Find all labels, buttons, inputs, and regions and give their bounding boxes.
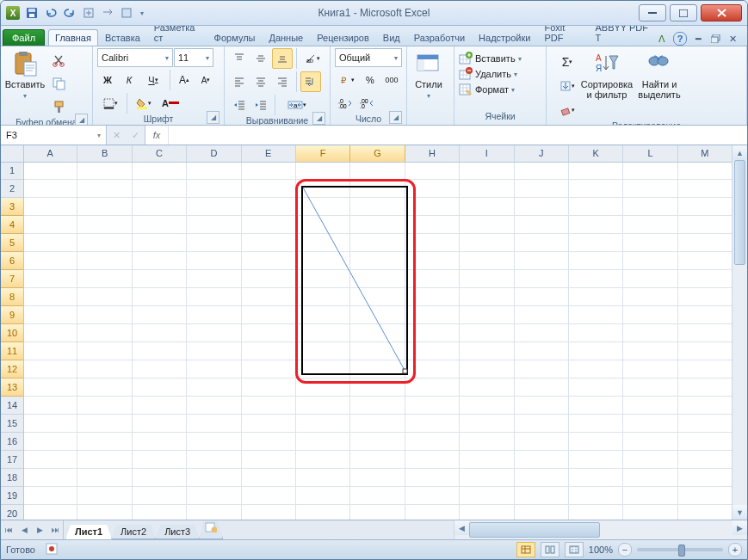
col-header-L[interactable]: L [623,145,677,162]
autosum-button[interactable]: Σ ▾ [554,52,580,72]
row-header-18[interactable]: 18 [1,469,23,487]
font-launcher[interactable]: ◢ [207,111,219,124]
align-right-button[interactable] [272,71,293,92]
font-name-combo[interactable]: Calibri▾ [97,48,173,67]
scroll-right-icon[interactable]: ▶ [733,520,747,535]
row-header-8[interactable]: 8 [1,288,23,306]
view-pagebreak-button[interactable] [565,542,584,557]
sheet-tab-3[interactable]: Лист3 [155,525,200,539]
comma-button[interactable]: 000 [381,70,402,90]
align-middle-button[interactable] [250,48,271,69]
minimize-ribbon-button[interactable]: ᐱ [656,33,668,45]
row-header-11[interactable]: 11 [1,342,23,360]
sheet-nav-first[interactable]: ⏮ [1,520,16,539]
tab-addins[interactable]: Надстройки [472,29,537,46]
decrease-indent-button[interactable] [229,95,250,115]
row-header-1[interactable]: 1 [1,162,23,180]
qat-button-2[interactable] [99,3,116,22]
sheet-nav-last[interactable]: ⏭ [47,520,63,539]
insert-cells-button[interactable]: Вставить▾ [459,52,522,65]
number-launcher[interactable]: ◢ [389,111,402,124]
col-header-K[interactable]: K [569,145,623,162]
tab-data[interactable]: Данные [262,29,310,46]
find-select-button[interactable]: Найти и выделить [634,48,685,100]
row-header-2[interactable]: 2 [1,180,23,198]
close-button[interactable] [701,4,742,22]
doc-close-button[interactable]: ✕ [726,33,739,45]
col-header-G[interactable]: G [350,145,405,162]
tab-insert[interactable]: Вставка [98,29,147,46]
row-header-20[interactable]: 20 [1,505,23,520]
row-header-3[interactable]: 3 [1,198,23,216]
macro-record-icon[interactable] [46,543,58,557]
tab-review[interactable]: Рецензиров [310,29,376,46]
row-header-14[interactable]: 14 [1,397,23,415]
col-header-A[interactable]: A [23,145,77,162]
new-sheet-button[interactable] [199,520,223,539]
row-header-9[interactable]: 9 [1,306,23,324]
diagonal-line-shape[interactable] [301,186,408,374]
increase-decimal-button[interactable]: ,0,00 [335,93,355,114]
doc-minimize-button[interactable]: ━ [692,33,704,45]
zoom-in-button[interactable]: + [728,543,742,557]
sort-filter-button[interactable]: АЯ Сортировка и фильтр [580,48,634,100]
align-bottom-button[interactable] [272,48,293,69]
bold-button[interactable]: Ж [97,70,118,90]
font-color-button[interactable]: A [158,93,183,114]
copy-button[interactable] [48,73,69,94]
horizontal-scrollbar[interactable]: ◀ ▶ [454,520,747,539]
cut-button[interactable] [48,50,69,71]
cancel-formula-button[interactable]: ✕ [107,126,126,145]
sheet-tab-2[interactable]: Лист2 [111,525,156,539]
align-left-button[interactable] [229,71,250,92]
vscroll-thumb[interactable] [734,160,745,265]
file-tab[interactable]: Файл [3,29,45,46]
align-top-button[interactable] [229,48,250,69]
help-button[interactable]: ? [673,32,687,46]
name-box[interactable]: F3▾ [1,126,107,145]
tab-formulas[interactable]: Формулы [207,29,263,46]
save-button[interactable] [23,3,40,22]
col-header-F[interactable]: F [296,145,350,162]
zoom-out-button[interactable]: − [618,543,632,557]
orientation-button[interactable]: ab▾ [300,48,325,69]
col-header-J[interactable]: J [515,145,569,162]
align-center-button[interactable] [250,71,271,92]
font-size-combo[interactable]: 11▾ [174,48,213,67]
row-header-13[interactable]: 13 [1,378,23,397]
hscroll-thumb[interactable] [469,522,600,538]
align-launcher[interactable]: ◢ [312,112,325,125]
sheet-nav-next[interactable]: ▶ [32,520,47,539]
increase-indent-button[interactable] [250,95,271,115]
row-header-7[interactable]: 7 [1,270,23,288]
fx-button[interactable]: fx [145,126,169,145]
shrink-font-button[interactable]: A▾ [195,70,216,90]
zoom-level[interactable]: 100% [589,545,613,555]
border-button[interactable]: ▾ [97,93,123,114]
sheet-nav-prev[interactable]: ◀ [16,520,32,539]
scroll-down-icon[interactable]: ▼ [733,505,747,520]
number-format-combo[interactable]: Общий▾ [335,48,402,67]
qat-button-3[interactable] [118,3,135,22]
grow-font-button[interactable]: A▴ [174,70,195,90]
maximize-button[interactable] [670,4,697,22]
format-painter-button[interactable] [48,96,69,117]
col-header-I[interactable]: I [460,145,514,162]
percent-button[interactable]: % [360,70,380,90]
col-header-C[interactable]: C [133,145,187,162]
format-cells-button[interactable]: Формат▾ [459,83,515,96]
scroll-left-icon[interactable]: ◀ [454,520,469,535]
row-header-6[interactable]: 6 [1,252,23,270]
col-header-B[interactable]: B [77,145,132,162]
styles-button[interactable]: Стили▾ [411,48,446,102]
tab-view[interactable]: Вид [376,29,407,46]
sheet-tab-1[interactable]: Лист1 [65,525,112,539]
clipboard-launcher[interactable]: ◢ [75,114,88,126]
delete-cells-button[interactable]: Удалить▾ [459,67,517,81]
col-header-E[interactable]: E [242,145,296,162]
select-all-corner[interactable] [1,145,24,163]
redo-button[interactable] [61,3,78,22]
row-header-12[interactable]: 12 [1,360,23,378]
minimize-button[interactable] [639,4,666,22]
decrease-decimal-button[interactable]: ,00,0 [356,93,377,114]
